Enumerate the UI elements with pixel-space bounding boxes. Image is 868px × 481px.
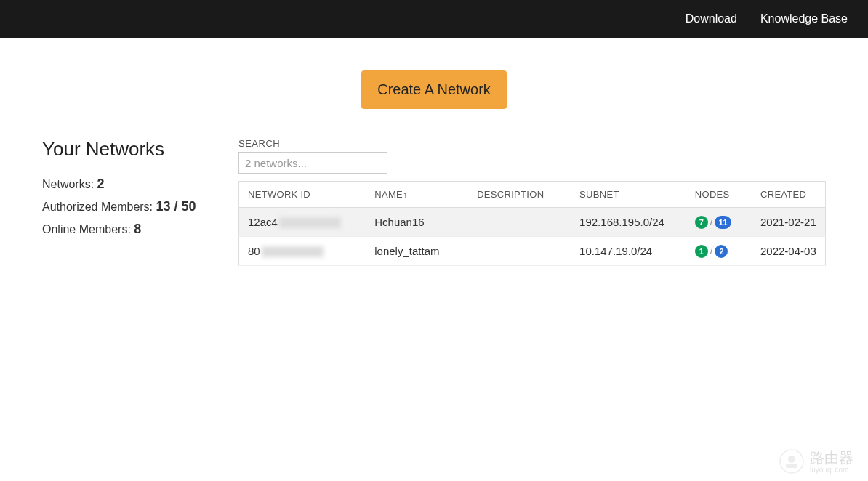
- search-input[interactable]: [238, 152, 387, 174]
- table-section: SEARCH NETWORK ID NAME↑ DESCRIPTION SUBN…: [238, 138, 826, 266]
- stat-online-label: Online Members:: [42, 223, 134, 235]
- header-name[interactable]: NAME↑: [366, 182, 468, 208]
- stat-online: Online Members: 8: [42, 222, 217, 237]
- watermark: 路由器 luyouqi.com: [779, 448, 853, 474]
- cell-network-id: 12ac4: [239, 208, 366, 237]
- nav-download[interactable]: Download: [686, 12, 737, 25]
- table-header-row: NETWORK ID NAME↑ DESCRIPTION SUBNET NODE…: [239, 182, 826, 208]
- svg-rect-2: [786, 464, 797, 468]
- nodes-separator: /: [710, 246, 713, 256]
- header-subnet[interactable]: SUBNET: [571, 182, 686, 208]
- networks-table: NETWORK ID NAME↑ DESCRIPTION SUBNET NODE…: [238, 181, 826, 266]
- cell-name: lonely_tattam: [366, 237, 468, 266]
- stat-authorized-label: Authorized Members:: [42, 201, 156, 213]
- top-navbar: Download Knowledge Base: [0, 0, 868, 38]
- cell-subnet: 192.168.195.0/24: [571, 208, 686, 237]
- cell-created: 2022-04-03: [752, 237, 826, 266]
- stat-online-value: 8: [134, 222, 141, 236]
- stat-authorized: Authorized Members: 13 / 50: [42, 199, 217, 214]
- nodes-total-badge: 2: [715, 245, 728, 258]
- stat-networks: Networks: 2: [42, 177, 217, 192]
- nodes-separator: /: [710, 217, 713, 227]
- cell-description: [468, 208, 571, 237]
- network-id-prefix: 80: [248, 245, 260, 257]
- stat-authorized-value: 13 / 50: [156, 199, 196, 214]
- cell-created: 2021-02-21: [752, 208, 826, 237]
- header-network-id[interactable]: NETWORK ID: [239, 182, 366, 208]
- table-row[interactable]: 80 lonely_tattam 10.147.19.0/24 1/2 2022…: [239, 237, 826, 266]
- cell-description: [468, 237, 571, 266]
- header-nodes[interactable]: NODES: [686, 182, 752, 208]
- sidebar-title: Your Networks: [42, 138, 217, 161]
- cell-nodes: 1/2: [686, 237, 752, 266]
- nodes-online-badge: 7: [695, 216, 708, 229]
- redacted-content: [262, 246, 324, 257]
- cell-name: Hchuan16: [366, 208, 468, 237]
- watermark-en: luyouqi.com: [810, 466, 853, 474]
- nodes-total-badge: 11: [715, 216, 731, 229]
- cell-subnet: 10.147.19.0/24: [571, 237, 686, 266]
- nodes-online-badge: 1: [695, 245, 708, 258]
- cell-network-id: 80: [239, 237, 366, 266]
- search-label: SEARCH: [238, 138, 826, 149]
- table-row[interactable]: 12ac4 Hchuan16 192.168.195.0/24 7/11 202…: [239, 208, 826, 237]
- header-created[interactable]: CREATED: [752, 182, 826, 208]
- create-network-button[interactable]: Create A Network: [361, 70, 507, 109]
- stat-networks-value: 2: [97, 177, 105, 191]
- watermark-text: 路由器 luyouqi.com: [810, 448, 853, 474]
- sidebar: Your Networks Networks: 2 Authorized Mem…: [42, 138, 217, 266]
- header-description[interactable]: DESCRIPTION: [468, 182, 571, 208]
- router-icon: [779, 449, 804, 474]
- watermark-cn: 路由器: [810, 448, 853, 468]
- nav-knowledge-base[interactable]: Knowledge Base: [760, 12, 848, 25]
- redacted-content: [279, 217, 341, 228]
- cell-nodes: 7/11: [686, 208, 752, 237]
- stat-networks-label: Networks:: [42, 178, 97, 190]
- network-id-prefix: 12ac4: [248, 216, 278, 228]
- svg-point-1: [788, 456, 795, 463]
- create-section: Create A Network: [0, 70, 868, 109]
- main-content: Your Networks Networks: 2 Authorized Mem…: [0, 138, 868, 266]
